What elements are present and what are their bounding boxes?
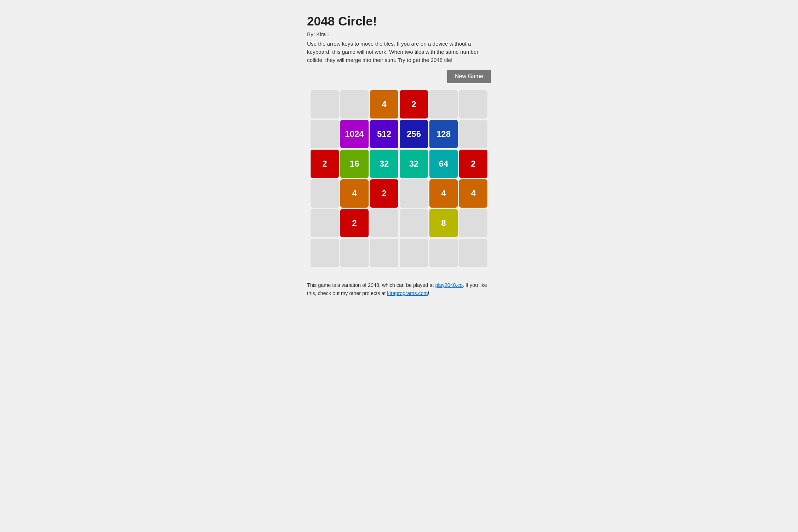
tile-empty [400, 179, 428, 208]
tile-4: 4 [429, 179, 458, 208]
tile-empty [311, 209, 339, 237]
tile-2: 2 [400, 90, 428, 118]
tile-empty [459, 239, 487, 267]
tile-2: 2 [370, 179, 398, 208]
tile-empty [400, 239, 428, 267]
tile-empty [311, 239, 339, 267]
tile-empty [340, 239, 369, 267]
tile-16: 16 [340, 150, 369, 178]
tile-empty [370, 209, 398, 237]
play2048-link[interactable]: play2048.co [435, 282, 463, 288]
author-text: By: Kira L [307, 31, 491, 37]
tile-empty [459, 120, 487, 148]
board-row: 2 8 [311, 209, 487, 237]
board-row: 4 2 [311, 90, 487, 118]
tile-empty [400, 209, 428, 237]
board-row: 1024 512 256 128 [311, 120, 487, 148]
tile-empty [311, 179, 339, 208]
tile-2: 2 [340, 209, 369, 237]
tile-32: 32 [370, 150, 398, 178]
page-title: 2048 Circle! [307, 14, 491, 28]
tile-empty [429, 239, 458, 267]
board-row [311, 239, 487, 267]
tile-empty [311, 90, 339, 118]
tile-2: 2 [459, 150, 487, 178]
footer: This game is a variation of 2048, which … [307, 281, 491, 297]
tile-empty [340, 90, 369, 118]
tile-32: 32 [400, 150, 428, 178]
tile-4: 4 [459, 179, 487, 208]
footer-text-after: ! [428, 290, 429, 296]
tile-512: 512 [370, 120, 398, 148]
tile-empty [370, 239, 398, 267]
description-text: Use the arrow keys to move the tiles. If… [307, 40, 491, 64]
footer-text-before-link1: This game is a variation of 2048, which … [307, 282, 435, 288]
tile-8: 8 [429, 209, 458, 237]
tile-128: 128 [429, 120, 458, 148]
tile-empty [311, 120, 339, 148]
tile-4: 4 [370, 90, 398, 118]
tile-empty [459, 90, 487, 118]
tile-1024: 1024 [340, 120, 369, 148]
tile-256: 256 [400, 120, 428, 148]
tile-empty [429, 90, 458, 118]
tile-4: 4 [340, 179, 369, 208]
tile-empty [459, 209, 487, 237]
tile-64: 64 [429, 150, 458, 178]
new-game-button[interactable]: New Game [447, 70, 491, 83]
board-row: 2 16 32 32 64 2 [311, 150, 487, 178]
game-board: 4 2 1024 512 256 128 2 16 32 32 64 2 4 [307, 90, 491, 267]
kiraprograms-link[interactable]: kiraprograms.com [387, 290, 428, 296]
tile-2: 2 [311, 150, 339, 178]
board-row: 4 2 4 4 [311, 179, 487, 208]
